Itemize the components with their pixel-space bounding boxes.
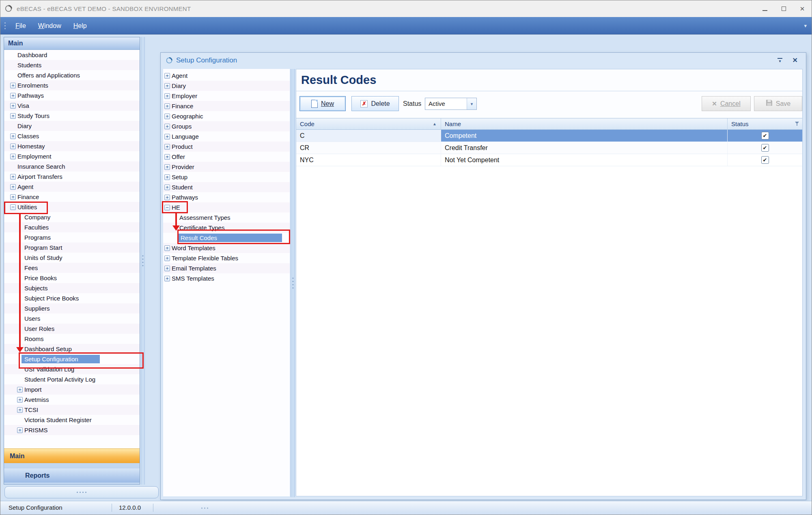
expand-icon[interactable]: + — [164, 255, 170, 261]
sidebar-item-agent[interactable]: +Agent — [4, 182, 140, 192]
collapse-icon[interactable]: − — [10, 204, 16, 210]
config-tree-item-diary[interactable]: +Diary — [163, 81, 290, 91]
main-nav-group-button[interactable]: Main — [4, 448, 140, 463]
mdi-titlebar[interactable]: Setup Configuration ▾ ✕ — [161, 53, 806, 68]
expand-icon[interactable]: + — [164, 276, 170, 281]
sidebar-item-import[interactable]: +Import — [4, 384, 140, 395]
menu-file[interactable]: File — [9, 17, 32, 34]
status-dropdown[interactable]: Active ▾ — [425, 98, 477, 110]
expand-icon[interactable]: + — [17, 387, 23, 393]
sidebar-item-avetmiss[interactable]: +Avetmiss — [4, 395, 140, 405]
config-tree-item-provider[interactable]: +Provider — [163, 162, 290, 172]
code-cell[interactable]: NYC — [296, 154, 441, 166]
config-tree-item-result-codes[interactable]: Result Codes — [163, 233, 290, 243]
code-cell[interactable]: C — [296, 130, 441, 142]
sidebar-item-study-tours[interactable]: +Study Tours — [4, 111, 140, 121]
config-tree-item-product[interactable]: +Product — [163, 142, 290, 152]
config-tree-item-setup[interactable]: +Setup — [163, 172, 290, 182]
sidebar-item-subjects[interactable]: Subjects — [4, 283, 140, 293]
sidebar-item-company[interactable]: Company — [4, 212, 140, 222]
collapse-icon[interactable]: − — [164, 205, 170, 210]
sidebar-item-utilities[interactable]: −Utilities — [4, 202, 140, 212]
delete-button[interactable]: ✗ Delete — [351, 96, 399, 111]
sidebar-item-visa[interactable]: +Visa — [4, 101, 140, 111]
sidebar-splitter[interactable] — [141, 37, 145, 485]
expand-icon[interactable]: + — [17, 397, 23, 403]
expand-icon[interactable]: + — [17, 427, 23, 433]
menu-window[interactable]: Window — [32, 17, 67, 34]
sidebar-item-students[interactable]: Students — [4, 60, 140, 70]
sidebar-item-student-portal-activity-log[interactable]: Student Portal Activity Log — [4, 374, 140, 384]
sidebar-item-enrolments[interactable]: +Enrolments — [4, 80, 140, 90]
sidebar-item-tcsi[interactable]: +TCSI — [4, 405, 140, 415]
expand-icon[interactable]: + — [164, 73, 170, 79]
code-cell[interactable]: CR — [296, 142, 441, 154]
expand-icon[interactable]: + — [10, 144, 16, 149]
expand-icon[interactable]: + — [10, 83, 16, 88]
expand-icon[interactable]: + — [10, 93, 16, 99]
sidebar-item-offers-and-applications[interactable]: Offers and Applications — [4, 70, 140, 80]
sidebar-item-diary[interactable]: Diary — [4, 121, 140, 131]
status-checkbox[interactable]: ✔ — [761, 144, 769, 152]
menu-overflow-button[interactable]: ▾ — [804, 17, 807, 34]
sidebar-item-prisms[interactable]: +PRISMS — [4, 425, 140, 435]
expand-icon[interactable]: + — [164, 114, 170, 119]
menu-help[interactable]: Help — [67, 17, 93, 34]
mdi-close-button[interactable]: ✕ — [793, 53, 798, 68]
config-tree-item-word-templates[interactable]: +Word Templates — [163, 243, 290, 253]
sidebar-item-finance[interactable]: +Finance — [4, 192, 140, 202]
expand-icon[interactable]: + — [10, 103, 16, 109]
config-tree-item-language[interactable]: +Language — [163, 131, 290, 142]
expand-icon[interactable]: + — [164, 245, 170, 251]
expand-icon[interactable]: + — [10, 174, 16, 180]
config-tree-item-he[interactable]: −HE — [163, 202, 290, 212]
sidebar-item-fees[interactable]: Fees — [4, 263, 140, 273]
sidebar-item-users[interactable]: Users — [4, 313, 140, 324]
chevron-down-icon[interactable]: ▾ — [467, 98, 476, 109]
expand-icon[interactable]: + — [10, 154, 16, 159]
sidebar-item-victoria-student-register[interactable]: Victoria Student Register — [4, 415, 140, 425]
expand-icon[interactable]: + — [17, 407, 23, 413]
sidebar-item-suppliers[interactable]: Suppliers — [4, 303, 140, 313]
reports-nav-group-button[interactable]: Reports — [4, 468, 140, 483]
column-header-code[interactable]: Code ▲ — [296, 118, 441, 129]
column-header-name[interactable]: Name — [441, 118, 728, 129]
expand-icon[interactable]: + — [164, 164, 170, 170]
expand-icon[interactable]: + — [10, 133, 16, 139]
sidebar-item-faculties[interactable]: Faculties — [4, 222, 140, 232]
config-tree-item-pathways[interactable]: +Pathways — [163, 192, 290, 202]
expand-icon[interactable]: + — [164, 83, 170, 89]
save-button[interactable]: Save — [754, 96, 802, 111]
sidebar-item-rooms[interactable]: Rooms — [4, 334, 140, 344]
sidebar-item-subject-price-books[interactable]: Subject Price Books — [4, 293, 140, 303]
expand-icon[interactable]: + — [164, 144, 170, 150]
sidebar-item-insurance-search[interactable]: Insurance Search — [4, 161, 140, 172]
sidebar-item-programs[interactable]: Programs — [4, 232, 140, 242]
expand-icon[interactable]: + — [164, 93, 170, 99]
expand-icon[interactable]: + — [164, 103, 170, 109]
sidebar-item-homestay[interactable]: +Homestay — [4, 141, 140, 151]
expand-icon[interactable]: + — [164, 185, 170, 190]
config-tree-item-employer[interactable]: +Employer — [163, 91, 290, 101]
config-tree-item-offer[interactable]: +Offer — [163, 152, 290, 162]
name-cell[interactable]: Credit Transfer — [441, 142, 728, 154]
filter-icon[interactable] — [795, 122, 799, 126]
sidebar-item-user-roles[interactable]: User Roles — [4, 324, 140, 334]
config-tree-item-assessment-types[interactable]: Assessment Types — [163, 212, 290, 223]
name-cell[interactable]: Competent — [441, 130, 728, 142]
sidebar-item-dashboard-setup[interactable]: Dashboard Setup — [4, 344, 140, 354]
sidebar-item-usi-validation-log[interactable]: USI Validation Log — [4, 364, 140, 374]
config-tree-item-certificate-types[interactable]: Certificate Types — [163, 223, 290, 233]
grid-row-nyc[interactable]: NYCNot Yet Competent✔ — [296, 154, 802, 166]
column-header-status[interactable]: Status — [728, 118, 802, 129]
config-tree-item-email-templates[interactable]: +Email Templates — [163, 263, 290, 273]
expand-icon[interactable]: + — [10, 113, 16, 119]
expand-icon[interactable]: + — [164, 266, 170, 271]
expand-icon[interactable]: + — [164, 174, 170, 180]
titlebar[interactable]: eBECAS - eBECAS VET DEMO - SANDBOX ENVIR… — [0, 0, 812, 17]
sidebar-item-program-start[interactable]: Program Start — [4, 242, 140, 253]
expand-icon[interactable]: + — [10, 194, 16, 200]
expand-icon[interactable]: + — [10, 184, 16, 190]
config-tree-item-groups[interactable]: +Groups — [163, 121, 290, 131]
config-tree-item-template-flexible-tables[interactable]: +Template Flexible Tables — [163, 253, 290, 263]
